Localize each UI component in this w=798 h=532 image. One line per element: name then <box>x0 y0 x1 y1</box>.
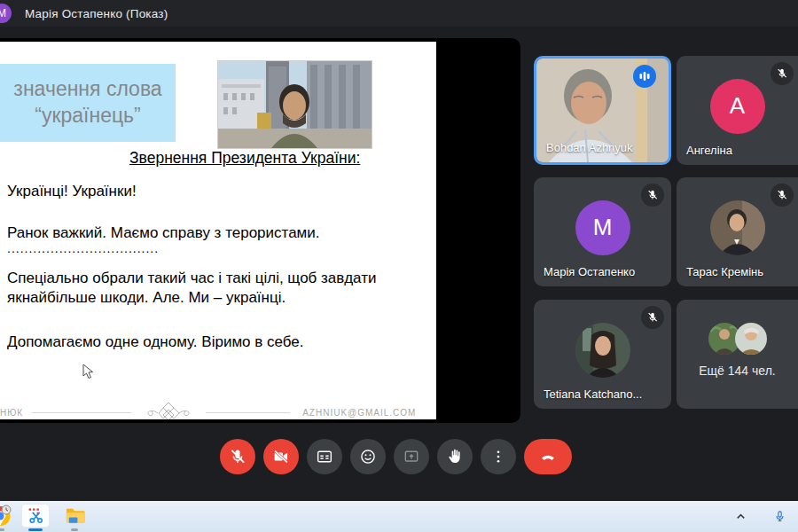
shared-screen-window: значення слова “українець” <box>0 38 520 423</box>
more-options-icon <box>490 449 506 465</box>
reactions-button[interactable] <box>350 439 386 474</box>
letter-avatar: M <box>575 200 630 255</box>
windows-taskbar <box>0 501 798 532</box>
participant-tile-anhelina[interactable]: A Ангеліна <box>677 56 798 165</box>
chrome-open-indicator <box>0 528 4 531</box>
camera-toggle-button[interactable] <box>263 439 299 474</box>
presenter-avatar: M <box>0 4 12 23</box>
present-screen-button[interactable] <box>394 439 429 474</box>
end-call-button[interactable] <box>524 439 572 474</box>
slide-dotted-line: ................................... <box>7 240 424 256</box>
slide-title-line2: “українець” <box>35 103 141 129</box>
footer-divider-left <box>32 412 131 413</box>
participant-name: Тарас Кремінь <box>686 265 763 278</box>
slide-heading: Звернення Президента України: <box>129 149 360 168</box>
presenter-title: Марія Остапенко (Показ) <box>25 7 168 20</box>
mic-muted-badge <box>771 62 794 85</box>
president-photo <box>217 60 372 149</box>
smiley-icon <box>359 448 377 466</box>
photo-avatar <box>575 323 630 378</box>
camera-off-icon <box>272 448 290 466</box>
taskbar-chrome-button[interactable] <box>0 504 14 528</box>
presentation-slide: значення слова “українець” <box>0 42 436 419</box>
captions-icon <box>316 448 333 466</box>
snipping-tool-active-indicator <box>28 528 43 531</box>
tetiana-photo <box>575 323 630 378</box>
slide-paragraph-3: Спеціально обрали такий час і такі цілі,… <box>7 269 413 309</box>
slide-footer-email: AZHNIUK@GMAIL.COM <box>302 408 416 418</box>
slide-title-line1: значення слова <box>13 76 161 103</box>
participant-name: Ангеліна <box>686 144 732 157</box>
chrome-icon <box>0 505 12 528</box>
overflow-count-label: Ещё 144 чел. <box>677 364 798 378</box>
speaking-indicator <box>633 65 656 88</box>
mic-off-icon <box>229 448 246 466</box>
slide-footer-author: НЮК <box>0 408 23 418</box>
captions-button[interactable] <box>307 439 342 474</box>
overflow-avatar-2 <box>735 323 767 355</box>
mic-muted-badge <box>641 306 664 329</box>
end-call-icon <box>538 447 558 466</box>
mouse-cursor <box>82 364 94 379</box>
mic-off-icon <box>776 189 788 201</box>
participant-tile-overflow[interactable]: Ещё 144 чел. <box>677 300 798 409</box>
file-explorer-icon <box>64 505 86 527</box>
tray-chevron-button[interactable] <box>729 505 752 528</box>
taskbar-file-explorer-button[interactable] <box>60 504 89 528</box>
participant-name: Марія Остапенко <box>544 265 635 278</box>
microphone-icon <box>773 510 786 523</box>
call-control-bar <box>220 439 572 474</box>
footer-ornament-icon <box>144 401 193 419</box>
participant-tile-maria[interactable]: M Марія Остапенко <box>534 177 671 286</box>
slide-paragraph-1: Українці! Українки! <box>7 182 424 201</box>
more-options-button[interactable] <box>481 439 516 474</box>
slide-footer: НЮК AZHNIUK@GMAIL.COM <box>0 395 424 419</box>
mic-off-icon <box>776 67 788 80</box>
participant-name: Tetiana Katchano... <box>544 387 642 401</box>
mic-off-icon <box>646 189 659 201</box>
participant-tile-taras[interactable]: Тарас Кремінь <box>677 177 798 286</box>
mic-muted-badge <box>771 184 794 207</box>
participant-tile-bohdan[interactable]: Bohdan Azhnyuk <box>534 56 671 165</box>
president-photo-art <box>218 61 372 148</box>
participant-tile-tetiana[interactable]: Tetiana Katchano... <box>534 300 671 409</box>
participant-name: Bohdan Azhnyuk <box>546 141 633 154</box>
mic-off-icon <box>646 311 659 324</box>
mic-toggle-button[interactable] <box>220 439 255 474</box>
raise-hand-icon <box>446 448 464 466</box>
taskbar-snipping-tool-button[interactable] <box>21 504 50 528</box>
window-title-bar: M Марія Остапенко (Показ) <box>0 0 798 27</box>
chevron-up-icon <box>735 511 747 522</box>
overflow-avatars <box>708 323 767 355</box>
photo-avatar <box>710 200 765 255</box>
slide-paragraph-4: Допомагаємо одне одному. Віримо в себе. <box>7 332 424 352</box>
snipping-tool-icon <box>26 506 45 526</box>
file-explorer-open-indicator <box>71 528 78 531</box>
mic-muted-badge <box>641 184 664 207</box>
present-icon <box>403 448 420 466</box>
slide-title-box: значення слова “українець” <box>0 64 176 142</box>
taras-photo <box>710 200 765 255</box>
audio-bars-icon <box>638 70 651 82</box>
tray-microphone-button[interactable] <box>768 505 791 528</box>
raise-hand-button[interactable] <box>437 439 473 474</box>
system-tray <box>729 501 791 532</box>
footer-divider-right <box>206 412 290 413</box>
letter-avatar: A <box>710 79 765 134</box>
